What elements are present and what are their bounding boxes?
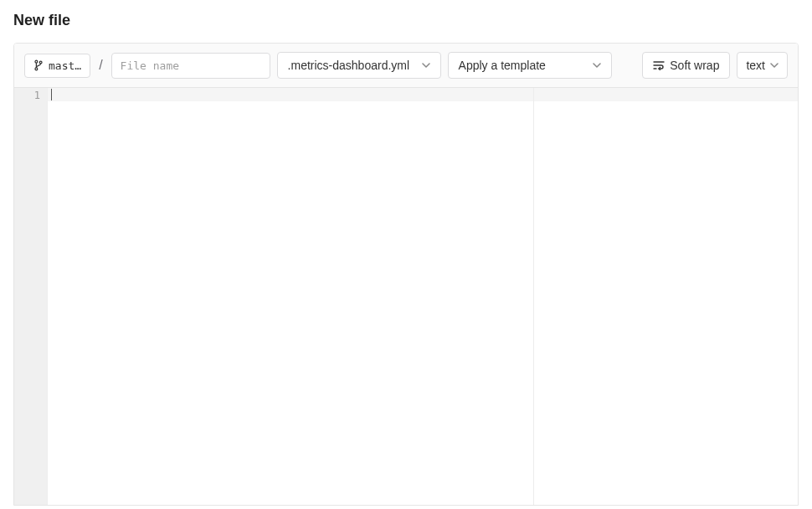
code-editor[interactable]: 1 [14, 88, 798, 505]
soft-wrap-button[interactable]: Soft wrap [642, 52, 730, 79]
svg-point-1 [39, 61, 42, 64]
editor-cursor [51, 89, 52, 100]
line-number-gutter: 1 [14, 88, 48, 505]
template-placeholder-label: Apply a template [459, 59, 546, 72]
editor-container: mast… / .metrics-dashboard.yml Apply a t… [13, 43, 799, 506]
mode-label: text [746, 59, 765, 72]
extension-selected-label: .metrics-dashboard.yml [288, 59, 410, 72]
page-title: New file [0, 0, 812, 43]
file-name-input[interactable] [111, 53, 270, 79]
path-separator: / [97, 58, 104, 73]
file-extension-dropdown[interactable]: .metrics-dashboard.yml [277, 52, 441, 79]
line-number: 1 [14, 89, 40, 102]
chevron-down-icon [770, 63, 779, 68]
branch-icon [33, 59, 44, 71]
chevron-down-icon [422, 63, 430, 68]
print-margin [533, 88, 534, 505]
template-dropdown[interactable]: Apply a template [448, 52, 612, 79]
svg-point-0 [35, 60, 38, 63]
branch-label: mast… [49, 59, 81, 72]
syntax-mode-dropdown[interactable]: text [737, 52, 788, 79]
chevron-down-icon [593, 63, 601, 68]
code-area[interactable] [48, 88, 798, 505]
file-toolbar: mast… / .metrics-dashboard.yml Apply a t… [14, 44, 798, 88]
wrap-icon [653, 60, 665, 70]
branch-selector[interactable]: mast… [24, 54, 90, 78]
soft-wrap-label: Soft wrap [670, 59, 719, 72]
svg-point-2 [35, 68, 38, 70]
active-line-highlight [48, 88, 798, 101]
